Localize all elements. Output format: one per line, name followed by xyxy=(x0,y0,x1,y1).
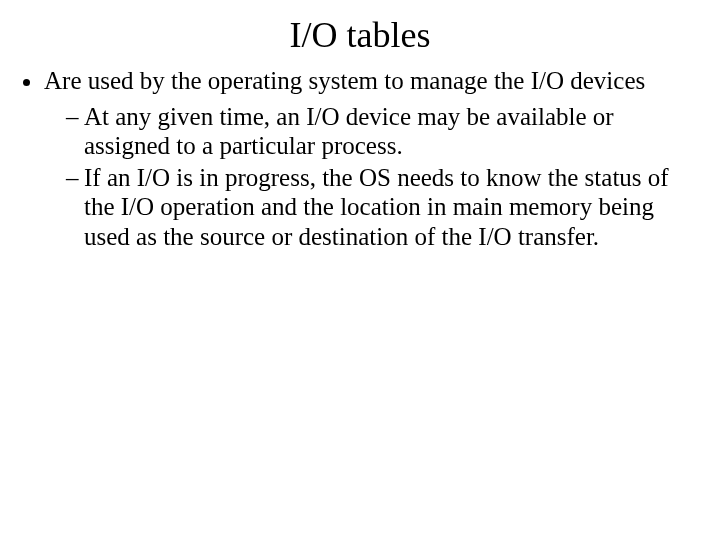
bullet-text: If an I/O is in progress, the OS needs t… xyxy=(84,164,669,250)
list-item: Are used by the operating system to mana… xyxy=(44,66,702,251)
bullet-list-level1: Are used by the operating system to mana… xyxy=(18,66,702,251)
slide-title: I/O tables xyxy=(0,0,720,66)
slide-body: Are used by the operating system to mana… xyxy=(0,66,720,251)
list-item: At any given time, an I/O device may be … xyxy=(66,102,702,161)
list-item: If an I/O is in progress, the OS needs t… xyxy=(66,163,702,252)
bullet-text: Are used by the operating system to mana… xyxy=(44,67,645,94)
slide: I/O tables Are used by the operating sys… xyxy=(0,0,720,540)
bullet-text: At any given time, an I/O device may be … xyxy=(84,103,614,160)
bullet-list-level2: At any given time, an I/O device may be … xyxy=(44,102,702,252)
